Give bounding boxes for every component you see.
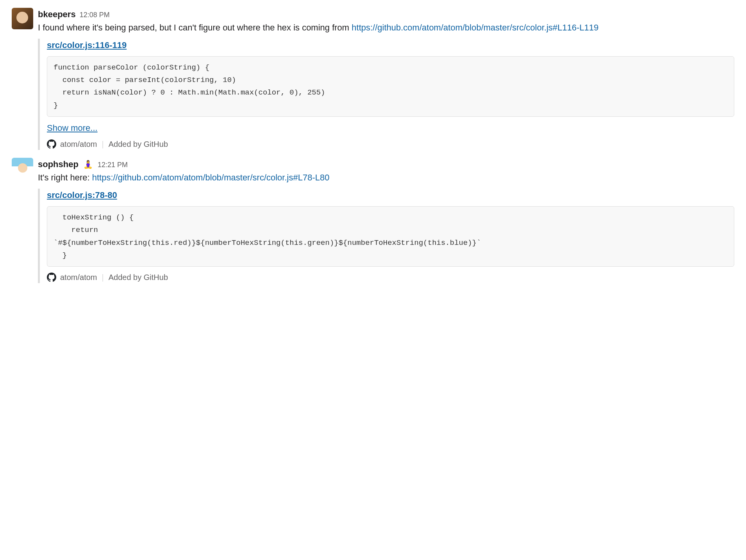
message-content: bkeepers 12:08 PM I found where it's bei… [38, 8, 734, 150]
avatar[interactable] [12, 8, 33, 29]
message-link[interactable]: https://github.com/atom/atom/blob/master… [92, 173, 330, 182]
timestamp[interactable]: 12:21 PM [98, 160, 128, 170]
code-block: toHexString () { return `#${numberToHexS… [47, 206, 734, 267]
username[interactable]: sophshep [38, 158, 79, 171]
show-more-link[interactable]: Show more... [47, 121, 98, 134]
code-content: toHexString () { return `#${numberToHexS… [54, 211, 728, 262]
github-icon [47, 273, 56, 282]
message: bkeepers 12:08 PM I found where it's bei… [12, 8, 734, 150]
footer-divider: | [101, 271, 104, 283]
message-text: It's right here: https://github.com/atom… [38, 171, 734, 184]
message-header: sophshep 🧘‍♀️ 12:21 PM [38, 158, 734, 171]
footer-divider: | [101, 138, 104, 150]
attachment-footer: atom/atom | Added by GitHub [47, 271, 734, 283]
github-icon [47, 139, 56, 149]
message-content: sophshep 🧘‍♀️ 12:21 PM It's right here: … [38, 158, 734, 283]
status-emoji-icon[interactable]: 🧘‍♀️ [83, 159, 93, 170]
footer-added-by: Added by GitHub [109, 138, 168, 150]
code-block: function parseColor (colorString) { cons… [47, 56, 734, 117]
message: sophshep 🧘‍♀️ 12:21 PM It's right here: … [12, 158, 734, 283]
message-header: bkeepers 12:08 PM [38, 8, 734, 21]
message-text-part: It's right here: [38, 173, 92, 182]
attachment-title-link[interactable]: src/color.js:78-80 [47, 189, 117, 202]
attachment: src/color.js:78-80 toHexString () { retu… [38, 189, 734, 283]
message-link[interactable]: https://github.com/atom/atom/blob/master… [352, 23, 598, 32]
code-content: function parseColor (colorString) { cons… [54, 61, 728, 112]
footer-repo[interactable]: atom/atom [60, 271, 97, 283]
attachment-title-link[interactable]: src/color.js:116-119 [47, 39, 127, 52]
message-text-part: I found where it's being parsed, but I c… [38, 23, 352, 32]
timestamp[interactable]: 12:08 PM [80, 10, 110, 20]
username[interactable]: bkeepers [38, 8, 76, 21]
message-text: I found where it's being parsed, but I c… [38, 21, 734, 34]
footer-added-by: Added by GitHub [109, 271, 168, 283]
footer-repo[interactable]: atom/atom [60, 138, 97, 150]
attachment-footer: atom/atom | Added by GitHub [47, 138, 734, 150]
attachment: src/color.js:116-119 function parseColor… [38, 39, 734, 150]
avatar[interactable] [12, 158, 33, 179]
